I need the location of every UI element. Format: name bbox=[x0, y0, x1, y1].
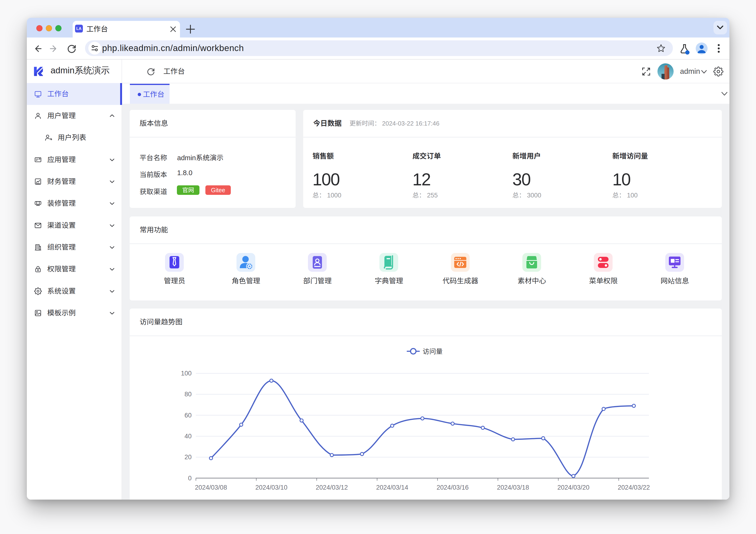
svg-text:80: 80 bbox=[184, 391, 192, 398]
svg-text:40: 40 bbox=[184, 433, 192, 440]
svg-text:2024/03/10: 2024/03/10 bbox=[255, 484, 287, 491]
svg-text:60: 60 bbox=[184, 412, 192, 419]
svg-text:2024/03/16: 2024/03/16 bbox=[437, 484, 469, 491]
svg-text:2024/03/08: 2024/03/08 bbox=[195, 484, 227, 491]
svg-text:访问量: 访问量 bbox=[423, 348, 443, 355]
svg-text:2024/03/12: 2024/03/12 bbox=[316, 484, 348, 491]
svg-text:20: 20 bbox=[184, 454, 192, 461]
svg-text:0: 0 bbox=[188, 475, 192, 482]
svg-text:2024/03/22: 2024/03/22 bbox=[618, 484, 650, 491]
svg-text:2024/03/18: 2024/03/18 bbox=[497, 484, 529, 491]
svg-text:2024/03/20: 2024/03/20 bbox=[557, 484, 589, 491]
svg-text:100: 100 bbox=[181, 370, 192, 377]
svg-text:2024/03/14: 2024/03/14 bbox=[376, 484, 408, 491]
